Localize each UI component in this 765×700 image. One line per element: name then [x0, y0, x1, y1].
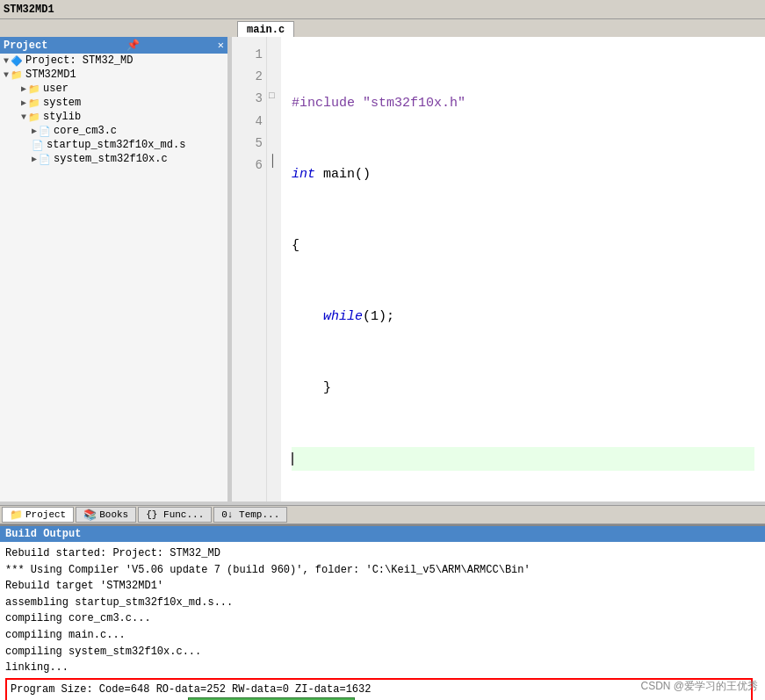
expand-core-cm3: ▶ [32, 126, 37, 136]
label-system-stm: system_stm32f10x.c [54, 153, 168, 165]
text-cursor [292, 452, 293, 465]
marker-1 [269, 44, 279, 66]
project-label: Project: STM32_MD [25, 54, 133, 67]
tree-item-stylib[interactable]: ▼ 📁 stylib [0, 110, 227, 124]
project-tree: ▼ 🔷 Project: STM32_MD ▼ 📁 STM32MD1 ▶ 📁 u… [0, 54, 227, 166]
label-core-cm3: core_cm3.c [54, 125, 117, 137]
label-startup: startup_stm32f10x_md.s [47, 139, 185, 151]
expand-system: ▶ [21, 97, 26, 108]
toolbar: STM32MD1 [0, 0, 765, 19]
content-row: Project 📌 ✕ ▼ 🔷 Project: STM32_MD ▼ 📁 ST… [0, 37, 765, 502]
build-line-2: *** Using Compiler 'V5.06 update 7 (buil… [5, 562, 760, 579]
project-tab-icon: 📁 [10, 509, 23, 522]
folder-icon-system: 📁 [28, 97, 40, 109]
expand-system-stm: ▶ [32, 154, 37, 164]
code-line-4: while(1); [292, 305, 754, 328]
code-editor[interactable]: #include "stm32f10x.h" int main() { whil… [281, 37, 765, 502]
marker-6: │ [269, 150, 279, 172]
csdn-watermark: CSDN @爱学习的王优秀 [640, 678, 758, 695]
tree-item-system[interactable]: ▶ 📁 system [0, 96, 227, 110]
tree-item-startup[interactable]: 📄 startup_stm32f10x_md.s [0, 138, 227, 152]
line-num-1: 1 [239, 44, 263, 66]
temp-tab-label: 0↓ Temp... [221, 509, 279, 520]
build-output-panel: Build Output Rebuild started: Project: S… [0, 524, 765, 700]
tree-item-core-cm3[interactable]: ▶ 📄 core_cm3.c [0, 124, 227, 138]
tab-project[interactable]: 📁 Project [2, 507, 74, 523]
expand-user: ▶ [21, 83, 26, 94]
tab-books[interactable]: 📚 Books [76, 507, 136, 523]
build-line-4: assembling startup_stm32f10x_md.s... [5, 595, 760, 611]
expand-stylib: ▼ [21, 112, 26, 122]
tab-func[interactable]: {} Func... [138, 507, 212, 523]
tab-main-c[interactable]: main.c [237, 21, 294, 37]
code-line-1: #include "stm32f10x.h" [292, 91, 754, 115]
line-num-3: 3 [239, 88, 263, 110]
project-icon: 🔷 [11, 55, 23, 67]
label-stylib: stylib [43, 111, 81, 123]
line-markers: □ │ [267, 37, 281, 502]
tree-item-root[interactable]: ▼ 🔷 Project: STM32_MD [0, 54, 227, 68]
build-line-8: linking... [5, 660, 760, 676]
build-output-content[interactable]: Rebuild started: Project: STM32_MD *** U… [0, 542, 765, 700]
expand-icon: ▼ [4, 56, 9, 66]
tab-temp[interactable]: 0↓ Temp... [213, 507, 287, 523]
project-tab-label: Project [25, 509, 66, 520]
sidebar-title: Project [4, 40, 47, 52]
file-icon-startup: 📄 [32, 140, 44, 151]
build-line-1: Rebuild started: Project: STM32_MD [5, 545, 760, 562]
tree-item-user[interactable]: ▶ 📁 user [0, 82, 227, 96]
folder-icon-user: 📁 [28, 83, 40, 95]
marker-3: □ [269, 88, 279, 105]
file-icon-system-stm: 📄 [39, 154, 51, 165]
code-container: 1 2 3 4 5 6 □ │ #i [232, 37, 765, 502]
toolbar-title: STM32MD1 [4, 4, 54, 16]
line-num-6: 6 [239, 155, 263, 177]
label-system: system [43, 97, 81, 109]
code-line-6 [292, 447, 754, 471]
build-line-3: Rebuild target 'STM32MD1' [5, 578, 760, 595]
sidebar-panel: Project 📌 ✕ ▼ 🔷 Project: STM32_MD ▼ 📁 ST… [0, 37, 228, 502]
code-line-2: int main() [292, 162, 754, 186]
build-output-title: Build Output [5, 528, 81, 540]
build-line-5: compiling core_cm3.c... [5, 610, 760, 627]
sidebar-header: Project 📌 ✕ [0, 37, 227, 54]
marker-5 [269, 127, 279, 149]
tree-item-stm32md1[interactable]: ▼ 📁 STM32MD1 [0, 68, 227, 82]
expand-stm32md1: ▼ [4, 70, 9, 80]
code-line-3: { [292, 234, 754, 257]
folder-icon-stm32md1: 📁 [11, 69, 23, 81]
books-tab-icon: 📚 [83, 509, 97, 522]
bottom-tab-bar: 📁 Project 📚 Books {} Func... 0↓ Temp... [0, 505, 765, 524]
label-user: user [43, 83, 69, 95]
line-num-4: 4 [239, 111, 263, 133]
marker-2 [269, 66, 279, 88]
code-line-5: } [292, 376, 754, 400]
marker-4 [269, 105, 279, 127]
build-output-header: Build Output [0, 526, 765, 542]
build-program-size: Program Size: Code=648 RO-data=252 RW-da… [11, 682, 747, 698]
build-line-7: compiling system_stm32f10x.c... [5, 644, 760, 660]
sidebar-close-button[interactable]: ✕ [218, 39, 224, 52]
sidebar-pin-icon: 📌 [126, 39, 140, 52]
line-numbers: 1 2 3 4 5 6 [232, 37, 267, 502]
build-line-6: compiling main.c... [5, 627, 760, 644]
line-num-2: 2 [239, 66, 263, 88]
func-tab-label: {} Func... [146, 509, 204, 520]
tab-bar: main.c [0, 19, 765, 37]
editor-area: 1 2 3 4 5 6 □ │ #i [232, 37, 765, 502]
label-stm32md1: STM32MD1 [25, 69, 76, 81]
line-num-5: 5 [239, 133, 263, 155]
books-tab-label: Books [99, 509, 128, 520]
folder-icon-stylib: 📁 [28, 112, 40, 123]
tree-item-system-stm[interactable]: ▶ 📄 system_stm32f10x.c [0, 152, 227, 166]
file-icon-core-cm3: 📄 [39, 126, 51, 137]
app-container: STM32MD1 main.c Project 📌 ✕ ▼ 🔷 Project:… [0, 0, 765, 700]
